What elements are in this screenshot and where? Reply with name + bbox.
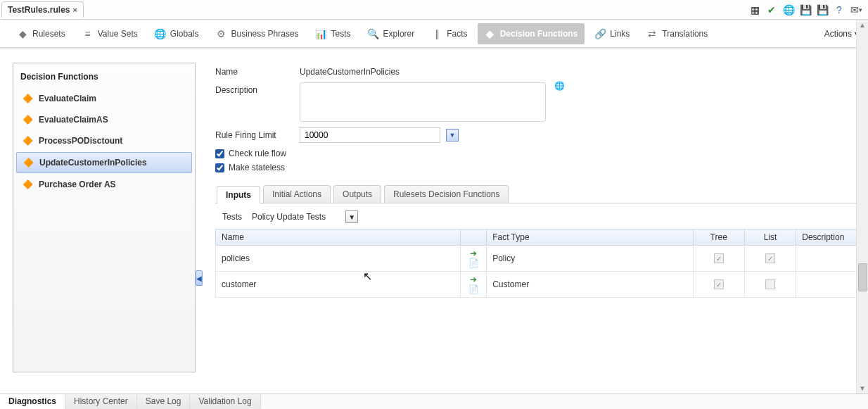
rule-firing-limit-dropdown[interactable]: ▼	[446, 129, 459, 141]
status-bar: Diagnostics History Center Save Log Vali…	[0, 394, 868, 409]
rule-firing-limit-input[interactable]	[300, 127, 440, 143]
subtab-label: Outputs	[343, 189, 372, 199]
col-fact-type[interactable]: Fact Type	[487, 229, 693, 246]
sidebar-item-evaluateclaim[interactable]: 🔶 EvaluateClaim	[16, 89, 192, 108]
subtab-label: Inputs	[226, 190, 251, 200]
toolbar-right: ▦ ✔ 🌐 💾 💾 ? ✉▾	[748, 4, 868, 16]
tab-tests[interactable]: 📊Tests	[309, 23, 358, 44]
save-all-icon[interactable]: 💾	[816, 4, 829, 16]
name-value: UpdateCustomerInPolicies	[300, 64, 400, 77]
subtab-initial-actions[interactable]: Initial Actions	[263, 185, 331, 203]
tab-links[interactable]: 🔗Links	[587, 23, 637, 44]
status-tab-diagnostics[interactable]: Diagnostics	[0, 394, 65, 409]
tab-label: Decision Functions	[500, 29, 578, 39]
rule-firing-limit-label: Rule Firing Limit	[215, 127, 300, 140]
cell-fact-type: Policy	[492, 253, 515, 263]
sidebar-item-evaluateclaimas[interactable]: 🔶 EvaluateClaimAS	[16, 110, 192, 130]
subtab-rulesets-decision-functions[interactable]: Rulesets Decision Functions	[384, 185, 509, 203]
scroll-down-icon[interactable]: ▼	[859, 383, 866, 394]
subtab-label: Rulesets Decision Functions	[393, 189, 499, 199]
decision-function-icon: 🔶	[22, 135, 33, 146]
cell-desc	[796, 272, 861, 298]
collapse-handle[interactable]: ◀	[196, 270, 203, 286]
globe-icon[interactable]: 🌐	[782, 4, 795, 16]
subtab-bar: Inputs Initial Actions Outputs Rulesets …	[215, 185, 861, 203]
col-name[interactable]: Name	[216, 229, 461, 246]
tab-globals[interactable]: 🌐Globals	[148, 23, 206, 44]
decision-function-icon: 🔶	[23, 157, 34, 168]
tests-dropdown-button[interactable]: ▼	[345, 210, 358, 223]
make-stateless-label: Make stateless	[229, 163, 285, 172]
subtab-outputs[interactable]: Outputs	[333, 185, 381, 203]
list-checkbox[interactable]	[765, 279, 775, 289]
mail-icon[interactable]: ✉▾	[850, 4, 862, 16]
fact-icon: ➜📄	[468, 275, 479, 294]
tests-value: Policy Update Tests	[252, 212, 326, 222]
close-icon[interactable]: ×	[72, 6, 77, 14]
tab-label: Links	[610, 29, 630, 39]
sidebar-item-label: EvaluateClaimAS	[39, 115, 108, 125]
sidebar-item-label: EvaluateClaim	[39, 94, 96, 103]
col-list[interactable]: List	[744, 229, 796, 246]
status-tab-validation-log[interactable]: Validation Log	[190, 394, 260, 409]
check-rule-flow-label: Check rule flow	[229, 149, 286, 158]
sidebar-item-updatecustomerinpolicies[interactable]: 🔶 UpdateCustomerInPolicies	[16, 152, 192, 173]
scroll-thumb[interactable]	[858, 263, 867, 291]
tests-label: Tests	[222, 212, 242, 222]
status-tab-history-center[interactable]: History Center	[65, 394, 137, 409]
translations-icon: ⇄	[646, 28, 658, 39]
main-tabs: ◆Rulesets ≡Value Sets 🌐Globals ⚙Business…	[0, 20, 868, 48]
sidebar-item-label: Purchase Order AS	[39, 180, 116, 189]
check-rule-flow-checkbox[interactable]	[215, 149, 224, 158]
tab-label: Tests	[331, 29, 351, 39]
sidebar-item-label: UpdateCustomerInPolicies	[39, 158, 147, 168]
name-label: Name	[215, 64, 300, 77]
actions-menu[interactable]: Actions ▾	[824, 29, 858, 39]
cell-name: policies	[216, 246, 461, 272]
col-description[interactable]: Description	[796, 229, 861, 246]
decision-function-icon: 🔶	[22, 93, 33, 104]
tab-label: Business Phrases	[231, 29, 299, 39]
tree-checkbox[interactable]: ✓	[714, 253, 724, 263]
make-stateless-checkbox[interactable]	[215, 163, 224, 172]
status-tab-save-log[interactable]: Save Log	[137, 394, 191, 409]
check-icon[interactable]: ✔	[765, 4, 778, 16]
list-checkbox[interactable]: ✓	[765, 253, 775, 263]
description-input[interactable]	[300, 82, 546, 122]
rulesets-icon: ◆	[17, 28, 28, 39]
tab-facts[interactable]: ∥Facts	[424, 23, 474, 44]
tab-explorer[interactable]: 🔍Explorer	[361, 23, 422, 44]
tab-value-sets[interactable]: ≡Value Sets	[75, 23, 145, 44]
sidebar-item-purchaseorderas[interactable]: 🔶 Purchase Order AS	[16, 175, 192, 194]
table-row[interactable]: customer ➜📄 Customer ✓	[216, 272, 861, 298]
tab-decision-functions[interactable]: ◆Decision Functions	[478, 23, 585, 44]
help-icon[interactable]: ?	[833, 4, 845, 16]
tab-business-phrases[interactable]: ⚙Business Phrases	[209, 23, 306, 44]
file-tab[interactable]: TestRules.rules ×	[1, 1, 84, 18]
cell-fact-type: Customer	[492, 279, 529, 289]
col-spacer	[461, 229, 487, 246]
tests-dropdown[interactable]: Policy Update Tests ▼	[252, 210, 358, 223]
inputs-table: Name Fact Type Tree List Description pol…	[215, 229, 861, 298]
phrases-icon: ⚙	[216, 28, 227, 39]
tab-label: Facts	[447, 29, 467, 39]
scroll-up-icon[interactable]: ▲	[859, 20, 866, 30]
sidebar: Decision Functions 🔶 EvaluateClaim 🔶 Eva…	[13, 63, 196, 372]
tab-label: Globals	[170, 29, 199, 39]
tree-checkbox[interactable]: ✓	[714, 279, 724, 289]
explorer-icon: 🔍	[368, 28, 379, 39]
cell-desc	[796, 246, 861, 272]
subtab-inputs[interactable]: Inputs	[217, 186, 260, 203]
col-tree[interactable]: Tree	[693, 229, 744, 246]
description-aux-icon[interactable]: 🌐	[554, 81, 565, 91]
table-row[interactable]: policies ➜📄 Policy ✓ ✓	[216, 246, 861, 272]
save-icon[interactable]: 💾	[799, 4, 812, 16]
sidebar-item-label: ProcessPODisctount	[39, 136, 122, 146]
tab-label: Translations	[662, 29, 708, 39]
tab-rulesets[interactable]: ◆Rulesets	[10, 23, 72, 44]
globals-icon: 🌐	[155, 28, 166, 39]
validate-icon[interactable]: ▦	[748, 4, 761, 16]
tab-translations[interactable]: ⇄Translations	[639, 23, 715, 44]
vertical-scrollbar[interactable]: ▲ ▼	[856, 20, 868, 394]
sidebar-item-processpodisctount[interactable]: 🔶 ProcessPODisctount	[16, 131, 192, 151]
